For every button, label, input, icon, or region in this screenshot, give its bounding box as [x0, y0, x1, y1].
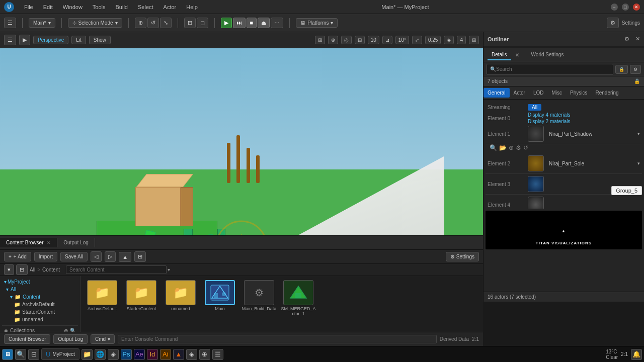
settings-label[interactable]: Settings [622, 20, 640, 26]
asset-starter[interactable]: 📁 StarterContent [124, 280, 159, 316]
add-button[interactable]: + + Add [4, 252, 31, 261]
menu-window[interactable]: Window [61, 3, 85, 11]
cb-search-input[interactable] [66, 265, 167, 274]
filter-button[interactable]: ▾ [4, 264, 14, 275]
camera-speed-val[interactable]: 4 [457, 36, 466, 44]
ai-icon[interactable]: Ai [160, 349, 171, 360]
cb-tree-content[interactable]: ▾ 📁 Content [2, 293, 78, 301]
material1-options-button[interactable]: ⚙ [516, 144, 521, 151]
asset-main[interactable]: Main [202, 280, 237, 316]
viewport-menu-button[interactable]: ☰ [4, 35, 16, 45]
camera-speed[interactable]: ◈ [444, 36, 454, 44]
import-button[interactable]: Import [34, 252, 57, 261]
details-tab[interactable]: Details [488, 50, 511, 60]
angle-snap-button[interactable]: ◎ [341, 36, 352, 44]
cb-view-button[interactable]: ⊞ [134, 251, 146, 262]
stop-button[interactable]: ■ [247, 18, 257, 28]
explorer-icon[interactable]: 📁 [82, 349, 93, 360]
blender-icon[interactable]: ▲ [173, 349, 184, 360]
tab-lod[interactable]: LOD [529, 88, 548, 98]
extra-icon-1[interactable]: ◈ [186, 349, 197, 360]
vscode-icon[interactable]: ◈ [108, 349, 119, 360]
content-browser-status-button[interactable]: Content Browser [4, 334, 50, 344]
main-dropdown-button[interactable]: Main* ▾ [29, 18, 55, 28]
minimize-button[interactable]: − [611, 4, 618, 11]
material2-dropdown[interactable]: ▾ [637, 161, 640, 166]
cb-project-item[interactable]: ▾ MyProject [2, 278, 78, 286]
lit-button[interactable]: Lit [71, 36, 86, 44]
eject-button[interactable]: ⏏ [258, 18, 270, 28]
material1-open-button[interactable]: 📂 [499, 144, 507, 151]
maximize-viewport[interactable]: ⊞ [469, 36, 479, 44]
show-button[interactable]: Show [89, 36, 111, 44]
details-options-button[interactable]: ⚙ [630, 65, 641, 74]
tab-general[interactable]: General [484, 88, 510, 98]
menu-build[interactable]: Build [114, 3, 130, 11]
scale-val[interactable]: 0.25 [425, 36, 441, 44]
snap-to-grid-button[interactable]: ⊛ [328, 36, 338, 44]
tab-misc[interactable]: Misc [547, 88, 566, 98]
more-play-options[interactable]: ⋯ [271, 18, 283, 28]
extra-icon-3[interactable]: ☰ [212, 349, 223, 360]
rotate-tool-button[interactable]: ↺ [147, 18, 159, 28]
tab-actor[interactable]: Actor [510, 88, 529, 98]
cb-settings-button[interactable]: ⚙ Settings [446, 252, 479, 261]
hamburger-menu-button[interactable]: ☰ [4, 18, 16, 28]
content-browser-tab[interactable]: Content Browser ✕ [0, 238, 57, 247]
viewport-num[interactable]: 10 [368, 36, 379, 44]
platforms-button[interactable]: 🖥 Platforms ▾ [296, 18, 338, 28]
cb-tree-all[interactable]: ▾ All [2, 286, 78, 293]
cb-tree-archvis[interactable]: 📁 ArchvisDefault [2, 301, 78, 308]
taskbar-widget-button[interactable]: ⊟ [28, 349, 39, 360]
menu-actor[interactable]: Actor [162, 3, 179, 11]
snap-button[interactable]: ⊞ [184, 18, 196, 28]
lock-selection-button[interactable]: 🔒 [634, 78, 640, 84]
asset-unnamed[interactable]: 📁 unnamed [163, 280, 198, 316]
next-frame-button[interactable]: ⏭ [233, 18, 246, 28]
outliner-options-button[interactable]: ⚙ [624, 36, 629, 42]
search-taskbar-button[interactable]: 🔍 [15, 349, 26, 360]
cb-up-button[interactable]: ▲ [119, 252, 131, 262]
cmd-button[interactable]: Cmd ▾ [91, 334, 115, 344]
start-button[interactable]: ⊞ [2, 349, 13, 360]
realtime-button[interactable]: ▶ [19, 35, 30, 45]
play-button[interactable]: ▶ [221, 18, 232, 28]
extra-icon-2[interactable]: ⊕ [199, 349, 210, 360]
unreal-taskbar-button[interactable]: U MyProject [41, 348, 79, 360]
perspective-button[interactable]: Perspective [33, 36, 68, 44]
lock-button[interactable]: 🔒 [615, 65, 628, 74]
translate-tool-button[interactable]: ⊕ [135, 18, 146, 28]
cb-tree-unnamed[interactable]: 📁 unnamed [2, 316, 78, 323]
angle-val[interactable]: ⊿ [382, 36, 392, 44]
cb-assets-grid[interactable]: 📁 ArchvisDefault 📁 StarterContent [80, 276, 483, 336]
content-browser-close[interactable]: ✕ [47, 240, 51, 245]
streaming-all-button[interactable]: All [528, 104, 541, 111]
tab-rendering[interactable]: Rendering [592, 88, 623, 98]
world-settings-tab[interactable]: World Settings [527, 50, 568, 60]
search-filter-dropdown[interactable]: ▾ [168, 267, 170, 273]
details-search-input[interactable] [496, 66, 610, 72]
element0-link2[interactable]: Display 2 materials [528, 119, 570, 124]
derived-data-button[interactable]: Derived Data [440, 336, 469, 342]
details-search-bar[interactable]: 🔍 [487, 64, 613, 75]
outliner-close-button[interactable]: ✕ [635, 36, 640, 42]
element0-link1[interactable]: Display 4 materials [528, 112, 570, 118]
ps-icon[interactable]: Ps [121, 349, 132, 360]
asset-sm-merged[interactable]: SM_MERGED_Actor_1 [281, 280, 316, 316]
breadcrumb-content[interactable]: Content [42, 267, 60, 273]
details-close-button[interactable]: ✕ [515, 52, 519, 58]
asset-archvis[interactable]: 📁 ArchvisDefault [85, 280, 120, 316]
camera-button[interactable]: ◻ [197, 18, 208, 28]
menu-file[interactable]: File [22, 3, 35, 11]
list-view-button[interactable]: ⊟ [16, 264, 28, 275]
material1-arrow-button[interactable]: ↺ [523, 144, 528, 151]
selection-mode-button[interactable]: ⊹ Selection Mode ▾ [68, 18, 122, 28]
scale-tool-button[interactable]: ⤡ [160, 18, 172, 28]
angle-num[interactable]: 10° [395, 36, 409, 44]
menu-edit[interactable]: Edit [41, 3, 55, 11]
settings-button[interactable]: ⚙ [607, 18, 619, 28]
asset-builddata[interactable]: ⚙ Main_Build_Data [242, 280, 277, 316]
tab-physics[interactable]: Physics [566, 88, 591, 98]
maximize-button[interactable]: □ [622, 4, 629, 11]
menu-tools[interactable]: Tools [91, 3, 108, 11]
